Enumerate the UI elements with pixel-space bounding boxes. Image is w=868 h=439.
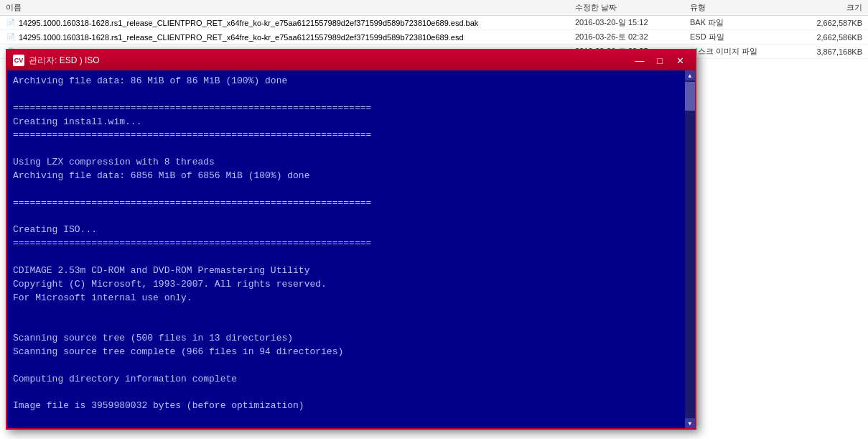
file-size: 2,662,587KB [783, 19, 862, 27]
terminal-app-icon: CV [13, 55, 24, 66]
file-size: 3,867,168KB [783, 47, 862, 56]
close-button[interactable]: ✕ [671, 53, 689, 68]
scrollbar-down-button[interactable]: ▼ [685, 418, 695, 428]
scrollbar-up-button[interactable]: ▲ [685, 70, 695, 80]
header-size: 크기 [783, 2, 862, 13]
file-name: 14295.1000.160318-1628.rs1_release_CLIEN… [19, 19, 478, 27]
terminal-controls: — □ ✕ [630, 53, 689, 68]
file-type: ESD 파일 [690, 32, 783, 42]
header-name: 이름 [6, 2, 575, 13]
file-date: 2016-03-20-일 15:12 [575, 17, 690, 28]
terminal-title: 관리자: ESD ) ISO [29, 55, 630, 67]
file-size: 2,662,586KB [783, 33, 862, 42]
terminal-window: CV 관리자: ESD ) ISO — □ ✕ Archiving file d… [6, 49, 696, 430]
scrollbar[interactable]: ▲ ▼ [685, 70, 695, 428]
file-icon: 📄 [6, 32, 16, 42]
file-name: 14295.1000.160318-1628.rs1_release_CLIEN… [19, 33, 464, 42]
file-row[interactable]: 📄 14295.1000.160318-1628.rs1_release_CLI… [0, 30, 868, 45]
scrollbar-thumb[interactable] [685, 82, 695, 111]
file-type: BAK 파일 [690, 17, 783, 28]
file-icon: 📄 [6, 18, 16, 28]
terminal-body: Archiving file data: 86 MiB of 86 MiB (1… [7, 70, 695, 428]
file-type: 디스크 이미지 파일 [690, 46, 783, 57]
file-date: 2016-03-26-토 02:32 [575, 32, 690, 42]
header-type: 유형 [690, 2, 783, 13]
scrollbar-track[interactable] [685, 80, 695, 418]
header-date: 수정한 날짜 [575, 2, 690, 13]
terminal-output: Archiving file data: 86 MiB of 86 MiB (1… [13, 75, 689, 428]
file-row[interactable]: 📄 14295.1000.160318-1628.rs1_release_CLI… [0, 16, 868, 30]
maximize-button[interactable]: □ [650, 53, 669, 68]
terminal-titlebar: CV 관리자: ESD ) ISO — □ ✕ [7, 50, 695, 70]
minimize-button[interactable]: — [630, 53, 649, 68]
file-list-header: 이름 수정한 날짜 유형 크기 [0, 0, 868, 16]
